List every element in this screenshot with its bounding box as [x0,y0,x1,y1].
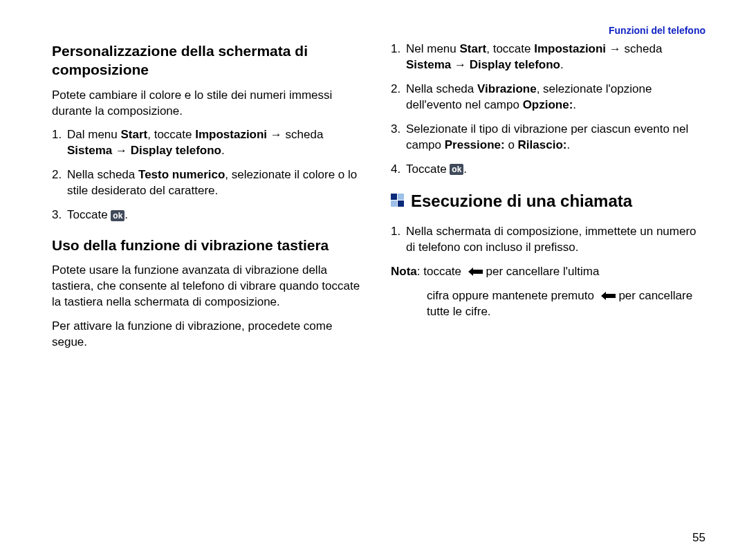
step-item: Nella schermata di composizione, immette… [391,224,706,256]
section-title-text: Esecuzione di una chiamata [411,190,632,212]
steps-vibration: Nel menu Start, toccate Impostazioni → s… [391,41,706,178]
step-item: Nella scheda Testo numerico, selezionate… [52,167,367,199]
step-item: Dal menu Start, toccate Impostazioni → s… [52,127,367,159]
steps-call: Nella schermata di composizione, immette… [391,224,706,256]
step-item: Toccate ok. [52,207,367,223]
text: → scheda [606,42,662,55]
text: . [560,58,564,71]
bold-text: Impostazioni [534,42,606,55]
subsection-title-vibration: Uso della funzione di vibrazione tastier… [52,236,367,254]
subsection-title-customize: Personalizzazione della schermata di com… [52,41,367,80]
text: , toccate [486,42,534,55]
text: Toccate [406,162,450,176]
page-number: 55 [692,531,706,545]
bold-text: Sistema [67,144,112,157]
bold-text: Opzione: [523,98,573,111]
bold-text: Vibrazione [477,82,537,95]
bold-text: Nota [391,265,417,278]
paragraph: Potete usare la funzione avanzata di vib… [52,263,367,310]
subsection-vibration: Uso della funzione di vibrazione tastier… [52,236,367,351]
backspace-icon [465,265,483,278]
note-block: Nota: toccate per cancellare l'ultima ci… [391,264,706,320]
text: → [112,144,130,157]
ok-icon: ok [450,164,463,175]
backspace-icon [598,289,616,302]
text: . [566,138,570,151]
steps-customize: Dal menu Start, toccate Impostazioni → s… [52,127,367,223]
bold-text: Pressione: [445,138,505,151]
text: , toccate [147,128,195,141]
note-line: cifra oppure mantenete premuto per cance… [391,288,706,320]
bold-text: Impostazioni [195,128,267,141]
bold-text: Testo numerico [138,168,225,181]
text: Toccate [67,208,111,221]
text: → scheda [267,128,323,141]
step-item: Selezionate il tipo di vibrazione per ci… [391,122,706,153]
text: Nel menu [406,42,459,55]
left-column: Personalizzazione della schermata di com… [52,41,367,359]
text: Nella scheda [406,82,477,95]
text: . [124,208,128,221]
bold-text: Display telefono [131,144,221,157]
content-columns: Personalizzazione della schermata di com… [52,41,706,359]
bold-text: Rilascio: [518,138,567,151]
header-section-label: Funzioni del telefono [609,25,706,36]
intro-text: Potete cambiare il colore e lo stile dei… [52,88,367,120]
step-item: Toccate ok. [391,162,706,178]
text: Nella scheda [67,168,138,181]
text: . [463,162,467,176]
bold-text: Display telefono [470,58,560,71]
section-title-call: Esecuzione di una chiamata [391,190,706,212]
ok-icon: ok [111,210,124,221]
text: Dal menu [67,128,120,141]
bold-text: Start [120,128,147,141]
step-item: Nel menu Start, toccate Impostazioni → s… [391,41,706,73]
bold-text: Start [459,42,486,55]
text: . [573,98,576,111]
right-column: Nel menu Start, toccate Impostazioni → s… [391,41,706,359]
text: : toccate [417,265,465,278]
step-item: Nella scheda Vibrazione, selezionate l'o… [391,82,706,113]
text: cifra oppure mantenete premuto [427,289,598,302]
bold-text: Sistema [406,58,451,71]
note-line: Nota: toccate per cancellare l'ultima [391,264,706,280]
grid-icon [391,194,404,207]
text: o [505,138,518,151]
text: per cancellare l'ultima [483,265,600,278]
paragraph: Per attivare la funzione di vibrazione, … [52,319,367,351]
text: . [221,144,225,157]
text: → [451,58,469,71]
